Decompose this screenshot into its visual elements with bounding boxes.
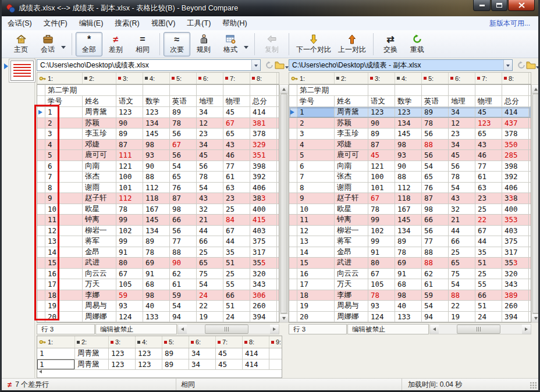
cell-name[interactable]: 向云云 bbox=[83, 269, 116, 279]
cell[interactable]: 88 bbox=[170, 247, 197, 258]
cell[interactable]: 65 bbox=[197, 258, 223, 268]
cell[interactable]: 78 bbox=[368, 204, 395, 215]
cell[interactable]: 329 bbox=[250, 140, 277, 150]
detail-cell[interactable]: 89 bbox=[162, 359, 189, 370]
cell[interactable]: 45 bbox=[223, 107, 250, 117]
cell[interactable]: 111 bbox=[116, 150, 143, 161]
cell[interactable]: 100 bbox=[116, 172, 143, 182]
cell[interactable]: 145 bbox=[395, 215, 422, 225]
cell[interactable]: 88 bbox=[422, 247, 449, 258]
cell-name[interactable]: 向云云 bbox=[335, 269, 368, 279]
cell-id[interactable]: 17 bbox=[297, 279, 335, 290]
column-header[interactable]: 4: bbox=[395, 73, 422, 84]
cell[interactable]: 78 bbox=[170, 118, 197, 129]
cell[interactable]: 66 bbox=[422, 215, 449, 225]
cell[interactable]: 54 bbox=[449, 279, 475, 290]
cell[interactable]: 24 bbox=[475, 312, 502, 322]
column-header[interactable]: 8: bbox=[243, 336, 269, 348]
table-row[interactable]: 13蒋军9989776644375 bbox=[37, 236, 279, 247]
column-header[interactable]: 3: bbox=[109, 336, 136, 348]
cell[interactable]: 375 bbox=[502, 236, 529, 247]
cell-id[interactable]: 14 bbox=[297, 247, 335, 258]
detail-cell[interactable]: 414 bbox=[243, 359, 269, 370]
cell[interactable]: 123 bbox=[368, 107, 395, 117]
scroll-up-button[interactable] bbox=[532, 85, 540, 94]
cell[interactable]: 43 bbox=[197, 193, 223, 204]
cell-name[interactable]: 周青黛 bbox=[83, 107, 116, 117]
cell-id[interactable]: 13 bbox=[45, 236, 83, 247]
scroll-up-button[interactable] bbox=[280, 85, 288, 94]
detail-cell-id[interactable]: 1 bbox=[37, 359, 75, 370]
table-row[interactable]: 15武进8069906551355 bbox=[37, 258, 279, 269]
table-row[interactable]: 3李玉珍89145562365378 bbox=[37, 129, 279, 140]
cell-id[interactable]: 12 bbox=[45, 226, 83, 236]
cell[interactable]: 415 bbox=[250, 215, 277, 225]
table-row[interactable]: 5鹿可可11193564546351 bbox=[37, 150, 279, 161]
column-header[interactable]: 1: bbox=[37, 73, 83, 84]
cell[interactable]: 66 bbox=[475, 290, 502, 301]
cell-name[interactable]: 李娜 bbox=[83, 290, 116, 301]
table-row[interactable]: 17万天10568615455343 bbox=[37, 279, 279, 290]
cell[interactable]: 389 bbox=[502, 290, 529, 301]
cell-name[interactable]: 周娜娜 bbox=[83, 312, 116, 322]
scroll-left-button[interactable] bbox=[178, 325, 187, 334]
cell[interactable]: 67 bbox=[368, 193, 395, 204]
cell[interactable]: 34 bbox=[197, 107, 223, 117]
cell-id[interactable]: 9 bbox=[45, 193, 83, 204]
cell-name[interactable]: 钟离 bbox=[83, 215, 116, 225]
column-header[interactable]: 4: bbox=[143, 73, 170, 84]
sheet-header-cell[interactable]: 英语 bbox=[170, 96, 197, 106]
cell[interactable]: 260 bbox=[250, 301, 277, 311]
cell[interactable]: 59 bbox=[422, 290, 449, 301]
cell[interactable]: 66 bbox=[449, 236, 475, 247]
cell[interactable]: 25 bbox=[223, 269, 250, 279]
cell[interactable]: 91 bbox=[395, 269, 422, 279]
cell[interactable]: 101 bbox=[368, 183, 395, 193]
left-path-combobox[interactable]: C:\Users\echo\Desktop\成绩表.xlsx bbox=[37, 59, 261, 71]
session-thumbnail[interactable] bbox=[10, 60, 34, 81]
column-header[interactable]: 3: bbox=[368, 73, 395, 84]
cell[interactable]: 98 bbox=[395, 290, 422, 301]
cell[interactable]: 54 bbox=[170, 161, 197, 172]
cell[interactable]: 25 bbox=[475, 269, 502, 279]
cell-id[interactable]: 5 bbox=[297, 150, 335, 161]
cell[interactable]: 77 bbox=[475, 161, 502, 172]
scrollbar-thumb[interactable] bbox=[532, 94, 539, 313]
cell[interactable]: 392 bbox=[502, 172, 529, 182]
table-row[interactable]: 14金昂9178882535317 bbox=[289, 247, 531, 258]
table-row[interactable]: 14金昂9178882535317 bbox=[37, 247, 279, 258]
cell-name[interactable]: 谢雨 bbox=[335, 183, 368, 193]
cell-id[interactable]: 14 bbox=[45, 247, 83, 258]
cell[interactable]: 69 bbox=[143, 258, 170, 268]
cell[interactable]: 89 bbox=[395, 236, 422, 247]
detail-cell[interactable]: 123 bbox=[136, 348, 162, 359]
cell[interactable]: 89 bbox=[170, 107, 197, 117]
cell[interactable]: 67 bbox=[116, 269, 143, 279]
cell[interactable]: 44 bbox=[223, 236, 250, 247]
column-header[interactable]: 1: bbox=[37, 336, 75, 348]
cell-id[interactable]: 17 bbox=[45, 279, 83, 290]
cell[interactable]: 89 bbox=[116, 129, 143, 139]
cell[interactable]: 23 bbox=[449, 129, 475, 139]
menu-item[interactable]: 搜索(R) bbox=[109, 17, 145, 30]
cell-name[interactable]: 李玉珍 bbox=[335, 129, 368, 139]
column-header[interactable]: 6: bbox=[189, 336, 216, 348]
cell-name[interactable]: 鹿可可 bbox=[83, 150, 116, 161]
table-row[interactable]: 8谢雨101112765463406 bbox=[37, 183, 279, 194]
column-header[interactable]: 7: bbox=[223, 73, 250, 84]
cell[interactable]: 134 bbox=[143, 226, 170, 236]
detail-row[interactable]: 1周青黛123123893445414 bbox=[37, 348, 282, 359]
table-row[interactable]: 9赵子轩67118874323338 bbox=[289, 193, 531, 204]
cell[interactable]: 320 bbox=[502, 269, 529, 279]
cell[interactable]: 43 bbox=[223, 140, 250, 150]
table-row[interactable]: 13蒋军9989776644375 bbox=[289, 236, 531, 247]
cell[interactable]: 61 bbox=[170, 279, 197, 290]
right-path-text[interactable]: C:\Users\echo\Desktop\成绩表 - 副本.xlsx bbox=[289, 60, 503, 70]
table-row[interactable]: 12柳岩一102134564467403 bbox=[289, 226, 531, 237]
cell[interactable]: 54 bbox=[449, 183, 475, 193]
cell[interactable]: 123 bbox=[116, 107, 143, 117]
sheet-header-cell[interactable]: 总分 bbox=[250, 96, 277, 106]
sheet-header-cell[interactable]: 姓名 bbox=[83, 96, 116, 106]
cell-name[interactable]: 周青黛 bbox=[335, 107, 368, 117]
cell[interactable]: 317 bbox=[250, 247, 277, 258]
